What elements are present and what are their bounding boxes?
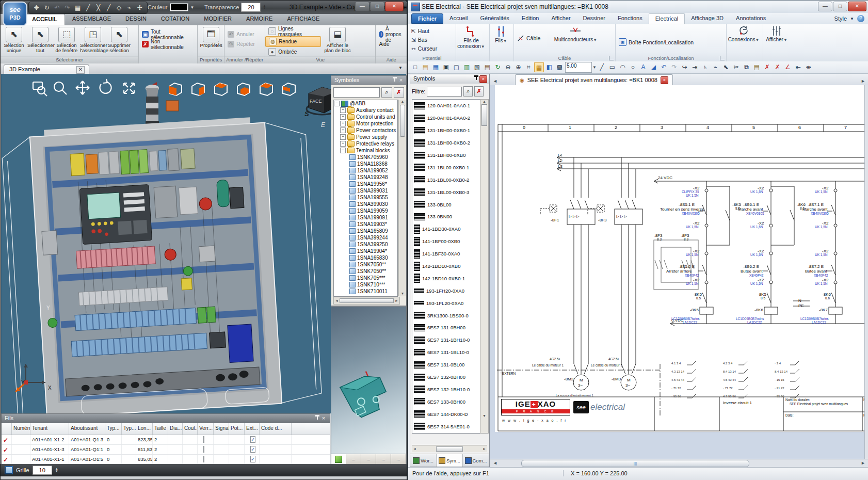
tree-part-item[interactable]: 1SNK7050**: [334, 268, 397, 275]
panel-tab-Com[interactable]: Com...: [463, 454, 489, 467]
repeter-button[interactable]: ↷Répéter: [224, 39, 258, 49]
tab-accueil[interactable]: Accueil: [443, 13, 474, 24]
tout-selectionnable-button[interactable]: ▣Tout sélectionnable: [139, 29, 197, 39]
symbol-list-item[interactable]: 6ES7 144-DK00-D: [412, 408, 481, 420]
pin-icon[interactable]: [473, 75, 479, 82]
supprimer-selection-button[interactable]: ⬉Supprimer sélection: [106, 26, 132, 54]
tab-electrical[interactable]: Electrical: [649, 13, 685, 24]
symbol-tree[interactable]: −@ABB+Auxiliary contact+Control units an…: [333, 100, 398, 297]
tree-folder[interactable]: +Power supply: [334, 134, 397, 140]
tree-part-item[interactable]: 1SNA399031: [334, 187, 397, 194]
preview-tab-3[interactable]: ...: [361, 454, 376, 465]
spinner-arrows[interactable]: ▲▼: [55, 468, 58, 473]
layers-icon[interactable]: ◧: [544, 62, 554, 72]
expand-icon[interactable]: +: [340, 134, 346, 140]
tab-modifier[interactable]: MODIFIER: [197, 14, 239, 25]
panel-tab-Sym[interactable]: Sym...: [437, 454, 463, 467]
close-icon[interactable]: ×: [398, 77, 404, 85]
symbol-search-input[interactable]: [333, 87, 380, 98]
column-header-Pot...[interactable]: Pot...: [229, 423, 245, 435]
symbol-list-item[interactable]: 131-1BH00-0XB0-2: [412, 137, 481, 149]
pin-icon[interactable]: [314, 415, 320, 421]
lignes-masquees-button[interactable]: ◌Lignes masquées: [265, 26, 321, 36]
zoom-in-icon[interactable]: ⊕: [513, 62, 523, 72]
tree-part-item[interactable]: 1SNA399244: [334, 234, 397, 241]
zoom-level-combo[interactable]: 5.00: [565, 62, 592, 73]
symbols-panel-title[interactable]: Symbols ×: [410, 74, 489, 84]
line-icon[interactable]: ╱: [84, 4, 92, 12]
zoom-window-icon[interactable]: ⌗: [524, 62, 534, 72]
arc-icon[interactable]: ◠: [618, 62, 628, 72]
tab-dessiner[interactable]: Dessiner: [577, 13, 612, 24]
page-copy-icon[interactable]: ▧: [472, 62, 482, 72]
circle-icon[interactable]: ○: [628, 62, 638, 72]
annuler-button[interactable]: ↶Annuler: [224, 29, 257, 39]
column-header-Ext...[interactable]: Ext...: [245, 423, 260, 435]
canvas-horizontal-scrollbar[interactable]: ◄|||►: [490, 459, 868, 468]
erase-icon[interactable]: ✗: [773, 62, 782, 72]
distribute-icon[interactable]: ⇹: [803, 62, 813, 72]
cut-icon[interactable]: ✂: [731, 62, 741, 72]
symbol-list-item[interactable]: 131-1BL00-0XB0-2: [412, 173, 481, 186]
tree-part-item[interactable]: 1SNA19903*: [334, 221, 397, 228]
fill-icon[interactable]: ◢: [649, 62, 658, 72]
tree-part-item[interactable]: 1SNA199555: [334, 194, 397, 201]
tab-annotations[interactable]: Annotations: [730, 13, 772, 24]
haut-button[interactable]: ⇱Haut: [408, 26, 440, 35]
zoom-out-icon[interactable]: ⊖: [503, 62, 513, 72]
paste-icon[interactable]: ▤: [752, 62, 762, 72]
tree-horizontal-scrollbar[interactable]: ◄►: [333, 297, 400, 305]
column-header-Code d...[interactable]: Code d...: [260, 423, 292, 435]
fils-button[interactable]: Fils▼: [490, 24, 512, 44]
app-logo-see-p3d[interactable]: see P3D: [3, 2, 27, 26]
canvas-vertical-scrollbar[interactable]: [864, 85, 868, 459]
tree-part-item[interactable]: 1SNA19904*: [334, 248, 397, 254]
column-header-Taille[interactable]: Taille: [153, 423, 168, 435]
grid-icon[interactable]: ▩: [555, 62, 565, 72]
tab-généralités[interactable]: Généralités: [474, 13, 516, 24]
tree-part-item[interactable]: 1SNA399250: [334, 241, 397, 248]
undo-icon[interactable]: ↶: [659, 62, 669, 72]
tree-part-item[interactable]: 1SNK705960: [334, 154, 397, 161]
terminal-icon[interactable]: ♄: [700, 62, 710, 72]
transparency-control[interactable]: Transparence 20 ▲▼: [204, 2, 266, 12]
minimize-button[interactable]: —: [355, 2, 369, 11]
tab-projet-sven[interactable]: ◉ SEE Electrical projet sven multilangue…: [515, 74, 673, 85]
symbol-list-item[interactable]: 6ES7 133-0BH00: [412, 395, 481, 408]
tree-part-item[interactable]: 1SNK705***: [334, 275, 397, 281]
align-icon[interactable]: ⇤: [793, 62, 803, 72]
preview-tab-3d[interactable]: [331, 454, 346, 465]
expand-icon[interactable]: +: [340, 127, 346, 133]
draw-line-icon[interactable]: ╱: [597, 62, 607, 72]
minimize-button[interactable]: —: [818, 2, 832, 11]
checkbox-unchecked[interactable]: [203, 436, 204, 443]
tree-folder[interactable]: +Protective relays: [334, 140, 397, 147]
tab-assemblage[interactable]: ASSEMBLAGE: [65, 14, 118, 25]
selection-assemblage-button[interactable]: ◳Sélectionner l'assemblage: [80, 26, 106, 54]
fils-panel-title[interactable]: Fils ×: [2, 414, 330, 423]
selection-fenetre-button[interactable]: ⬚Sélection de fenêtre: [54, 26, 79, 54]
intersect-icon[interactable]: ╳: [94, 4, 103, 12]
curseur-button[interactable]: ⇿Curseur: [408, 44, 440, 53]
close-icon[interactable]: ✕: [76, 66, 85, 74]
schematic-canvas[interactable]: 01234567L1L2L324 VDC0 VDCNPE-8F1-8F3I> I…: [490, 85, 864, 459]
new-icon[interactable]: □: [410, 62, 420, 72]
tab-edition[interactable]: Edition: [516, 13, 545, 24]
close-icon[interactable]: ×: [479, 75, 487, 83]
preview-tab-5[interactable]: ...: [391, 454, 406, 465]
chevron-down-icon[interactable]: ▼: [190, 5, 195, 10]
preview-tab-4[interactable]: ...: [376, 454, 391, 465]
symbol-list-item[interactable]: 133-0BN00: [412, 211, 481, 223]
column-header-Typ...[interactable]: Typ...: [105, 423, 122, 435]
expand-icon[interactable]: +: [340, 141, 346, 147]
rect-icon[interactable]: ▭: [607, 62, 617, 72]
symbol-list-item[interactable]: 141-1BF30-0XA0: [412, 248, 481, 260]
spinner-arrows[interactable]: ▲▼: [263, 5, 266, 10]
symbol-list-item[interactable]: 3RK1300-1BS00-0: [412, 309, 481, 322]
grid-select-icon[interactable]: ▦: [534, 62, 544, 72]
tab-cotation[interactable]: COTATION: [154, 14, 197, 25]
tree-part-item[interactable]: 1SNA165809: [334, 228, 397, 234]
cable-button[interactable]: Câble: [514, 34, 543, 42]
clear-filter-icon[interactable]: ✗: [474, 86, 484, 97]
symbol-list-scrollbar[interactable]: ▲▼: [480, 99, 489, 434]
